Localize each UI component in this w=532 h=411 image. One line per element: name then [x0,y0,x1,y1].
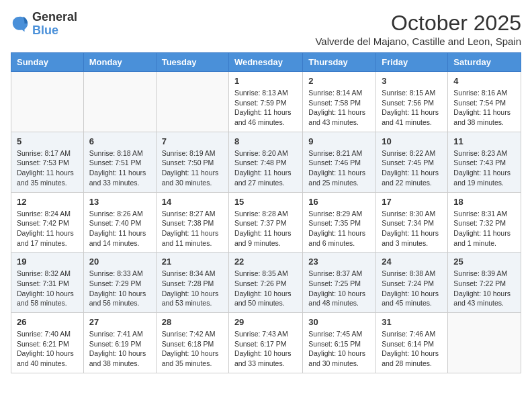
calendar-day-cell: 15Sunrise: 8:28 AM Sunset: 7:37 PM Dayli… [228,192,302,253]
calendar-day-cell: 28Sunrise: 7:42 AM Sunset: 6:18 PM Dayli… [156,313,228,373]
calendar-week-row: 1Sunrise: 8:13 AM Sunset: 7:59 PM Daylig… [11,72,521,132]
day-info: Sunrise: 8:19 AM Sunset: 7:50 PM Dayligh… [162,148,223,188]
calendar-week-row: 5Sunrise: 8:17 AM Sunset: 7:53 PM Daylig… [11,132,521,192]
day-info: Sunrise: 7:45 AM Sunset: 6:15 PM Dayligh… [308,329,370,369]
day-number: 9 [308,136,370,146]
logo: General Blue [11,11,77,38]
calendar-day-cell: 9Sunrise: 8:21 AM Sunset: 7:46 PM Daylig… [303,132,376,192]
calendar-day-cell: 11Sunrise: 8:23 AM Sunset: 7:43 PM Dayli… [448,132,521,192]
day-info: Sunrise: 7:43 AM Sunset: 6:17 PM Dayligh… [234,329,297,369]
day-info: Sunrise: 8:15 AM Sunset: 7:56 PM Dayligh… [382,88,442,128]
day-number: 27 [89,317,150,327]
day-number: 4 [453,76,515,86]
day-info: Sunrise: 8:27 AM Sunset: 7:38 PM Dayligh… [162,209,223,248]
weekday-header: Saturday [448,53,521,72]
calendar-day-cell [448,313,521,373]
day-info: Sunrise: 8:35 AM Sunset: 7:26 PM Dayligh… [234,269,297,308]
calendar-day-cell: 13Sunrise: 8:26 AM Sunset: 7:40 PM Dayli… [83,192,156,253]
day-info: Sunrise: 8:13 AM Sunset: 7:59 PM Dayligh… [234,88,297,128]
day-info: Sunrise: 8:14 AM Sunset: 7:58 PM Dayligh… [308,88,370,128]
day-info: Sunrise: 8:37 AM Sunset: 7:25 PM Dayligh… [308,269,370,308]
calendar-day-cell: 3Sunrise: 8:15 AM Sunset: 7:56 PM Daylig… [376,72,448,132]
weekday-header: Thursday [303,53,376,72]
calendar-day-cell: 24Sunrise: 8:38 AM Sunset: 7:24 PM Dayli… [376,253,448,313]
calendar-day-cell: 4Sunrise: 8:16 AM Sunset: 7:54 PM Daylig… [448,72,521,132]
day-number: 19 [17,257,78,267]
calendar-day-cell: 26Sunrise: 7:40 AM Sunset: 6:21 PM Dayli… [11,313,84,373]
calendar-day-cell: 21Sunrise: 8:34 AM Sunset: 7:28 PM Dayli… [156,253,228,313]
calendar-week-row: 19Sunrise: 8:32 AM Sunset: 7:31 PM Dayli… [11,253,521,313]
day-number: 12 [17,197,78,207]
day-info: Sunrise: 8:18 AM Sunset: 7:51 PM Dayligh… [89,148,150,188]
logo-text: General Blue [32,11,77,38]
day-info: Sunrise: 8:23 AM Sunset: 7:43 PM Dayligh… [453,148,515,188]
weekday-header: Monday [83,53,156,72]
day-number: 16 [308,197,370,207]
day-info: Sunrise: 8:24 AM Sunset: 7:42 PM Dayligh… [17,209,78,248]
weekday-header-row: SundayMondayTuesdayWednesdayThursdayFrid… [11,53,521,72]
calendar-day-cell: 19Sunrise: 8:32 AM Sunset: 7:31 PM Dayli… [11,253,84,313]
calendar-day-cell: 5Sunrise: 8:17 AM Sunset: 7:53 PM Daylig… [11,132,84,192]
day-number: 29 [234,317,297,327]
day-number: 7 [162,136,223,146]
calendar-day-cell: 8Sunrise: 8:20 AM Sunset: 7:48 PM Daylig… [228,132,302,192]
day-info: Sunrise: 7:40 AM Sunset: 6:21 PM Dayligh… [17,329,78,369]
day-info: Sunrise: 8:17 AM Sunset: 7:53 PM Dayligh… [17,148,78,188]
weekday-header: Tuesday [156,53,228,72]
day-number: 5 [17,136,78,146]
day-info: Sunrise: 8:32 AM Sunset: 7:31 PM Dayligh… [17,269,78,308]
calendar-day-cell: 29Sunrise: 7:43 AM Sunset: 6:17 PM Dayli… [228,313,302,373]
day-info: Sunrise: 8:22 AM Sunset: 7:45 PM Dayligh… [382,148,442,188]
day-info: Sunrise: 8:28 AM Sunset: 7:37 PM Dayligh… [234,209,297,248]
calendar-table: SundayMondayTuesdayWednesdayThursdayFrid… [11,52,521,373]
calendar-day-cell: 23Sunrise: 8:37 AM Sunset: 7:25 PM Dayli… [303,253,376,313]
day-info: Sunrise: 8:29 AM Sunset: 7:35 PM Dayligh… [308,209,370,248]
day-number: 1 [234,76,297,86]
calendar-day-cell: 17Sunrise: 8:30 AM Sunset: 7:34 PM Dayli… [376,192,448,253]
calendar-day-cell: 6Sunrise: 8:18 AM Sunset: 7:51 PM Daylig… [83,132,156,192]
calendar-day-cell [11,72,84,132]
location-subtitle: Valverde del Majano, Castille and Leon, … [315,36,521,47]
page-header: General Blue October 2025 Valverde del M… [11,11,521,47]
day-info: Sunrise: 8:39 AM Sunset: 7:22 PM Dayligh… [453,269,515,308]
day-number: 13 [89,197,150,207]
day-info: Sunrise: 7:41 AM Sunset: 6:19 PM Dayligh… [89,329,150,369]
day-info: Sunrise: 8:33 AM Sunset: 7:29 PM Dayligh… [89,269,150,308]
calendar-day-cell: 1Sunrise: 8:13 AM Sunset: 7:59 PM Daylig… [228,72,302,132]
day-info: Sunrise: 8:21 AM Sunset: 7:46 PM Dayligh… [308,148,370,188]
day-number: 26 [17,317,78,327]
day-info: Sunrise: 8:38 AM Sunset: 7:24 PM Dayligh… [382,269,442,308]
calendar-day-cell: 2Sunrise: 8:14 AM Sunset: 7:58 PM Daylig… [303,72,376,132]
day-number: 15 [234,197,297,207]
day-number: 3 [382,76,442,86]
day-number: 23 [308,257,370,267]
day-number: 8 [234,136,297,146]
day-info: Sunrise: 8:26 AM Sunset: 7:40 PM Dayligh… [89,209,150,248]
calendar-day-cell: 7Sunrise: 8:19 AM Sunset: 7:50 PM Daylig… [156,132,228,192]
day-number: 11 [453,136,515,146]
calendar-day-cell [83,72,156,132]
calendar-day-cell: 14Sunrise: 8:27 AM Sunset: 7:38 PM Dayli… [156,192,228,253]
calendar-week-row: 26Sunrise: 7:40 AM Sunset: 6:21 PM Dayli… [11,313,521,373]
calendar-day-cell: 30Sunrise: 7:45 AM Sunset: 6:15 PM Dayli… [303,313,376,373]
calendar-day-cell: 20Sunrise: 8:33 AM Sunset: 7:29 PM Dayli… [83,253,156,313]
day-number: 30 [308,317,370,327]
calendar-day-cell: 25Sunrise: 8:39 AM Sunset: 7:22 PM Dayli… [448,253,521,313]
logo-icon [11,15,30,34]
calendar-day-cell: 16Sunrise: 8:29 AM Sunset: 7:35 PM Dayli… [303,192,376,253]
weekday-header: Wednesday [228,53,302,72]
day-number: 18 [453,197,515,207]
day-info: Sunrise: 8:30 AM Sunset: 7:34 PM Dayligh… [382,209,442,248]
day-info: Sunrise: 8:20 AM Sunset: 7:48 PM Dayligh… [234,148,297,188]
weekday-header: Sunday [11,53,84,72]
calendar-day-cell: 12Sunrise: 8:24 AM Sunset: 7:42 PM Dayli… [11,192,84,253]
calendar-day-cell: 27Sunrise: 7:41 AM Sunset: 6:19 PM Dayli… [83,313,156,373]
day-info: Sunrise: 8:31 AM Sunset: 7:32 PM Dayligh… [453,209,515,248]
day-info: Sunrise: 8:16 AM Sunset: 7:54 PM Dayligh… [453,88,515,128]
day-number: 6 [89,136,150,146]
calendar-day-cell: 18Sunrise: 8:31 AM Sunset: 7:32 PM Dayli… [448,192,521,253]
day-info: Sunrise: 7:42 AM Sunset: 6:18 PM Dayligh… [162,329,223,369]
day-number: 24 [382,257,442,267]
day-number: 21 [162,257,223,267]
day-number: 20 [89,257,150,267]
